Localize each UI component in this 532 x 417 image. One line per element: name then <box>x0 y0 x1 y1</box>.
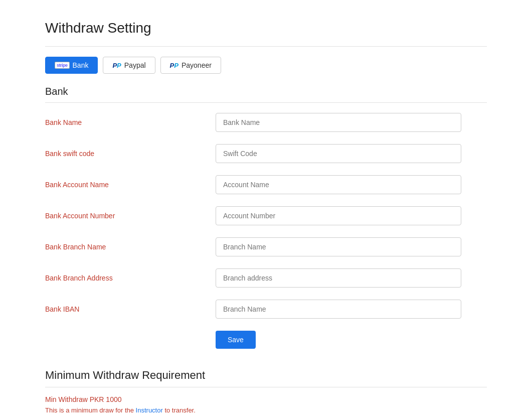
branch-address-input[interactable] <box>216 268 461 288</box>
account-name-row: Bank Account Name <box>45 175 487 194</box>
swift-code-label: Bank swift code <box>45 150 216 158</box>
tab-bank[interactable]: stripe Bank <box>45 57 98 74</box>
tab-paypal-label: Paypal <box>124 61 146 69</box>
header-divider <box>45 46 487 47</box>
bank-form: Bank Name Bank swift code Bank Account N… <box>45 113 487 349</box>
page-title: Withdraw Setting <box>45 20 487 36</box>
paypal-icon: PP <box>112 62 121 69</box>
swift-code-input[interactable] <box>216 144 461 163</box>
bank-name-label: Bank Name <box>45 118 216 126</box>
swift-code-row: Bank swift code <box>45 144 487 163</box>
min-desc-suffix: to transfer. <box>163 406 196 414</box>
account-name-input[interactable] <box>216 175 461 194</box>
branch-name-row: Bank Branch Name <box>45 237 487 256</box>
save-button[interactable]: Save <box>216 331 256 349</box>
branch-name-label: Bank Branch Name <box>45 243 216 251</box>
tab-bank-label: Bank <box>73 61 89 69</box>
iban-row: Bank IBAN <box>45 300 487 319</box>
save-row: Save <box>45 331 487 349</box>
account-name-label: Bank Account Name <box>45 181 216 189</box>
page-container: Withdraw Setting stripe Bank PP Paypal P… <box>0 0 532 417</box>
min-section-title: Minimum Withdraw Requirement <box>45 369 487 382</box>
minimum-section: Minimum Withdraw Requirement Min Withdra… <box>45 369 487 414</box>
min-desc-prefix: This is a minimum draw for the <box>45 406 136 414</box>
tab-payoneer-label: Payoneer <box>182 61 212 69</box>
bank-name-row: Bank Name <box>45 113 487 132</box>
tab-paypal[interactable]: PP Paypal <box>103 57 155 74</box>
branch-name-input[interactable] <box>216 237 461 256</box>
payoneer-icon: PP <box>170 62 179 69</box>
iban-input[interactable] <box>216 300 461 319</box>
branch-address-label: Bank Branch Address <box>45 274 216 282</box>
section-title: Bank <box>45 86 487 97</box>
section-divider <box>45 102 487 103</box>
account-number-row: Bank Account Number <box>45 206 487 225</box>
min-section-divider <box>45 387 487 387</box>
min-withdraw-desc: This is a minimum draw for the Instructo… <box>45 406 487 414</box>
tab-bar: stripe Bank PP Paypal PP Payoneer <box>45 57 487 74</box>
tab-payoneer[interactable]: PP Payoneer <box>160 57 221 74</box>
account-number-input[interactable] <box>216 206 461 225</box>
min-withdraw-label: Min Withdraw PKR 1000 <box>45 395 487 403</box>
instructor-link[interactable]: Instructor <box>136 406 163 414</box>
iban-label: Bank IBAN <box>45 305 216 313</box>
bank-name-input[interactable] <box>216 113 461 132</box>
account-number-label: Bank Account Number <box>45 212 216 220</box>
branch-address-row: Bank Branch Address <box>45 268 487 288</box>
stripe-icon: stripe <box>55 62 70 69</box>
